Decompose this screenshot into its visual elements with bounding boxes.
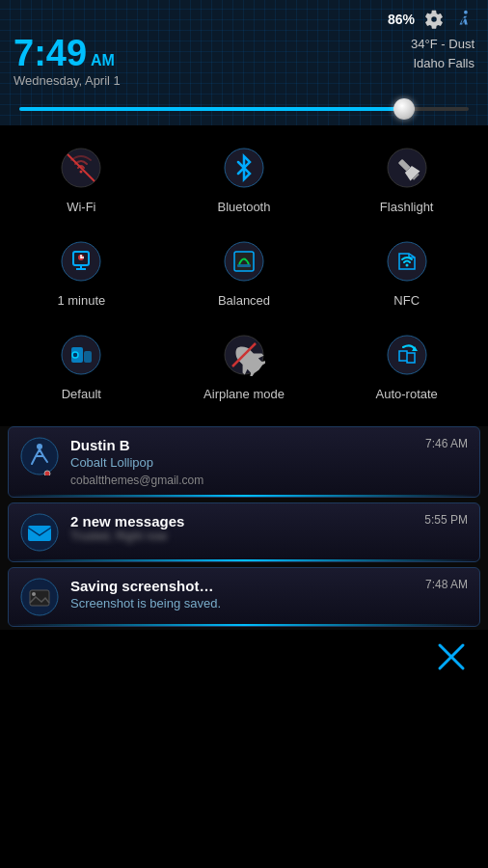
- gear-icon[interactable]: [422, 8, 446, 31]
- brightness-slider-area: [0, 88, 488, 121]
- svg-rect-17: [234, 252, 254, 271]
- notification-dustin[interactable]: Dustin B 7:46 AM Cobalt Lollipop cobaltt…: [8, 426, 480, 498]
- toggle-airplane[interactable]: Airplane mode: [163, 317, 326, 411]
- toggle-wifi[interactable]: Wi-Fi: [0, 130, 163, 224]
- notif-icon-image: [20, 578, 59, 616]
- bluetooth-label: Bluetooth: [218, 200, 271, 214]
- screen-timeout-icon: [57, 237, 105, 285]
- performance-label: Balanced: [218, 293, 270, 308]
- brightness-fill: [19, 107, 401, 111]
- brightness-thumb[interactable]: [393, 98, 415, 120]
- wifi-label: Wi-Fi: [67, 200, 95, 214]
- notif-subtitle-screenshot: Screenshot is being saved.: [70, 596, 468, 610]
- notif-time-dustin: 7:46 AM: [425, 437, 468, 450]
- notif-subtitle-messages: Trusted, Right now: [70, 529, 468, 543]
- notif-title-screenshot: Saving screenshot…: [70, 578, 213, 594]
- weather-block: 34°F - Dust Idaho Falls: [411, 35, 474, 72]
- notif-detail-dustin: cobaltthemes@gmail.com: [70, 474, 468, 487]
- clock-time: 7:49: [14, 35, 87, 71]
- weather-line2: Idaho Falls: [411, 54, 474, 73]
- svg-point-36: [32, 592, 36, 596]
- svg-point-0: [464, 11, 468, 14]
- clock-date: Wednesday, April 1: [14, 73, 121, 88]
- notif-icon-person: [20, 437, 59, 475]
- toggle-bluetooth[interactable]: Bluetooth: [163, 130, 326, 224]
- notifications-list: Dustin B 7:46 AM Cobalt Lollipop cobaltt…: [0, 426, 488, 630]
- notification-messages[interactable]: 2 new messages 5:55 PM Trusted, Right no…: [8, 502, 480, 562]
- performance-icon: [220, 237, 268, 285]
- battery-percentage: 86%: [388, 12, 415, 27]
- toggle-screen-timeout[interactable]: 1 minute: [0, 224, 163, 317]
- toggle-autorotate[interactable]: Auto-rotate: [325, 317, 488, 411]
- svg-point-31: [44, 471, 50, 475]
- close-button[interactable]: [434, 639, 469, 674]
- notification-screenshot[interactable]: Saving screenshot… 7:48 AM Screenshot is…: [8, 567, 480, 627]
- flashlight-icon: [383, 144, 431, 192]
- autorotate-label: Auto-rotate: [376, 387, 438, 401]
- airplane-label: Airplane mode: [203, 387, 285, 401]
- notif-time-messages: 5:55 PM: [424, 513, 468, 527]
- nfc-icon: [383, 237, 431, 285]
- flashlight-label: Flashlight: [380, 200, 434, 214]
- nfc-label: NFC: [393, 293, 420, 308]
- notif-title-messages: 2 new messages: [70, 513, 184, 529]
- toggle-flashlight[interactable]: Flashlight: [325, 130, 488, 224]
- clock-ampm: AM: [91, 52, 115, 69]
- notif-icon-message: [20, 513, 59, 552]
- notif-content-dustin: Dustin B 7:46 AM Cobalt Lollipop cobaltt…: [70, 437, 468, 487]
- svg-rect-23: [84, 351, 92, 363]
- notif-content-messages: 2 new messages 5:55 PM Trusted, Right no…: [70, 513, 468, 543]
- weather-line1: 34°F - Dust: [411, 35, 474, 54]
- autorotate-icon: [383, 331, 431, 379]
- notif-time-screenshot: 7:48 AM: [425, 578, 468, 591]
- svg-point-9: [62, 242, 100, 281]
- default-icon: [57, 331, 105, 379]
- status-bar: 86%: [0, 0, 488, 31]
- default-label: Default: [62, 387, 101, 401]
- toggle-performance[interactable]: Balanced: [163, 224, 326, 317]
- svg-point-2: [80, 171, 83, 174]
- airplane-icon: [220, 331, 268, 379]
- svg-point-24: [72, 352, 78, 358]
- notif-title-dustin: Dustin B: [70, 437, 130, 453]
- runner-icon: [453, 8, 476, 31]
- clock-block: 7:49 AM Wednesday, April 1: [14, 35, 121, 88]
- close-area: [0, 630, 488, 684]
- svg-point-20: [405, 264, 408, 267]
- toggle-nfc[interactable]: NFC: [325, 224, 488, 317]
- svg-rect-33: [28, 526, 51, 541]
- svg-rect-18: [237, 264, 251, 267]
- wifi-icon: [57, 144, 105, 192]
- brightness-track[interactable]: [19, 107, 469, 111]
- clock-weather-area: 7:49 AM Wednesday, April 1 34°F - Dust I…: [0, 31, 488, 88]
- bluetooth-icon: [220, 144, 268, 192]
- toggle-default[interactable]: Default: [0, 317, 163, 411]
- quick-toggles-grid: Wi-Fi Bluetooth Flashlight: [0, 121, 488, 420]
- notif-subtitle-dustin: Cobalt Lollipop: [70, 455, 468, 470]
- screen-timeout-label: 1 minute: [57, 293, 105, 308]
- notif-content-screenshot: Saving screenshot… 7:48 AM Screenshot is…: [70, 578, 468, 610]
